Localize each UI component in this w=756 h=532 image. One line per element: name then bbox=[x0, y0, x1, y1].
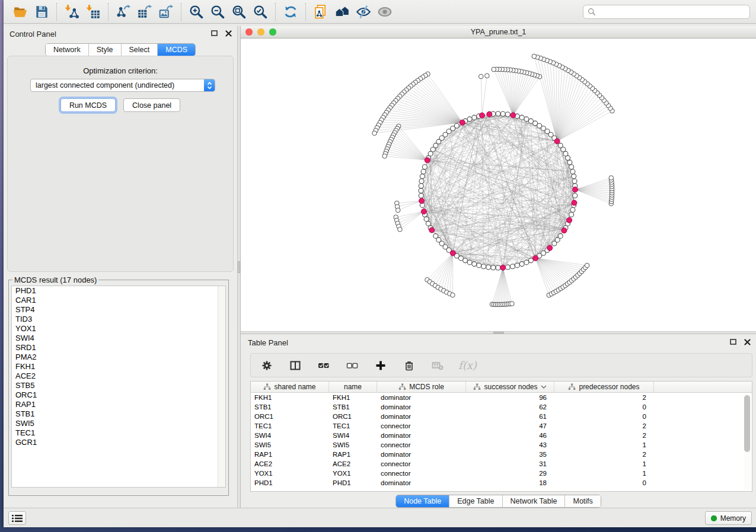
close-panel-button[interactable]: Close panel bbox=[123, 98, 180, 112]
table-row[interactable]: ORC1ORC1dominator610 bbox=[251, 412, 752, 421]
table-cell[interactable]: 1 bbox=[554, 440, 654, 450]
table-cell[interactable]: 61 bbox=[466, 412, 554, 421]
table-cell[interactable]: YOX1 bbox=[329, 469, 377, 478]
zoom-fit-button[interactable] bbox=[228, 2, 250, 22]
delete-column-button[interactable] bbox=[401, 358, 417, 373]
table-row[interactable]: PHD1PHD1dominator180 bbox=[251, 478, 752, 488]
table-cell[interactable]: FKH1 bbox=[329, 393, 377, 402]
table-cell[interactable]: ACE2 bbox=[329, 459, 377, 469]
table-row[interactable]: SWI4SWI4dominator462 bbox=[251, 431, 752, 440]
column-header-MCDS-role[interactable]: MCDS role bbox=[377, 382, 466, 392]
column-header-name[interactable]: name bbox=[329, 382, 377, 392]
table-options-gear-button[interactable] bbox=[259, 358, 275, 373]
table-cell[interactable]: FKH1 bbox=[251, 393, 329, 402]
mcds-result-item[interactable]: GCR1 bbox=[12, 438, 225, 447]
tab-network-table[interactable]: Network Table bbox=[503, 495, 566, 507]
horizontal-splitter[interactable] bbox=[241, 331, 756, 334]
mcds-result-list[interactable]: PHD1CAR1STP4TID3YOX1SWI4SRD1PMA2FKH1ACE2… bbox=[11, 286, 226, 488]
tab-style[interactable]: Style bbox=[89, 44, 122, 56]
column-header-shared-name[interactable]: shared name bbox=[251, 382, 329, 392]
hide-selected-button[interactable] bbox=[353, 2, 374, 22]
zoom-out-button[interactable] bbox=[207, 2, 228, 22]
table-scrollbar-track[interactable] bbox=[744, 395, 751, 489]
function-builder-button[interactable]: f(x) bbox=[458, 358, 477, 373]
table-cell[interactable]: 2 bbox=[554, 450, 654, 459]
mcds-result-item[interactable]: RAP1 bbox=[12, 400, 225, 409]
splitter-grip-horizontal[interactable] bbox=[493, 332, 504, 334]
tab-network[interactable]: Network bbox=[46, 44, 89, 56]
delete-table-button[interactable] bbox=[430, 358, 445, 373]
table-cell[interactable]: SWI4 bbox=[251, 431, 329, 440]
tab-motifs[interactable]: Motifs bbox=[565, 495, 600, 507]
mcds-result-item[interactable]: CAR1 bbox=[12, 296, 225, 305]
column-header-successor-nodes[interactable]: successor nodes bbox=[466, 382, 554, 392]
mcds-result-item[interactable]: ORC1 bbox=[12, 390, 225, 400]
mcds-result-item[interactable]: STB5 bbox=[12, 381, 225, 390]
table-cell[interactable]: YOX1 bbox=[251, 469, 329, 478]
table-cell[interactable]: dominator bbox=[377, 450, 466, 459]
table-cell[interactable]: SWI5 bbox=[251, 440, 329, 450]
open-session-button[interactable] bbox=[9, 2, 31, 22]
mcds-result-item[interactable]: ACE2 bbox=[12, 371, 225, 381]
table-row[interactable]: TEC1TEC1connector472 bbox=[251, 421, 752, 431]
column-header-predecessor-nodes[interactable]: predecessor nodes bbox=[554, 382, 654, 392]
table-cell[interactable]: 47 bbox=[466, 421, 554, 431]
mcds-result-item[interactable]: STB1 bbox=[12, 409, 225, 419]
table-cell[interactable]: dominator bbox=[377, 478, 466, 488]
table-cell[interactable]: 43 bbox=[466, 440, 554, 450]
table-cell[interactable]: 0 bbox=[554, 402, 654, 412]
network-canvas[interactable] bbox=[241, 39, 756, 331]
mcds-result-item[interactable]: TID3 bbox=[12, 315, 225, 324]
table-cell[interactable]: SWI5 bbox=[329, 440, 377, 450]
zoom-selected-button[interactable] bbox=[250, 2, 271, 22]
search-box[interactable] bbox=[583, 5, 750, 19]
new-network-from-selection-button[interactable] bbox=[310, 2, 331, 22]
close-panel-icon[interactable] bbox=[224, 29, 232, 37]
new-column-button[interactable] bbox=[373, 358, 388, 373]
table-cell[interactable]: ORC1 bbox=[329, 412, 377, 421]
table-scrollbar-thumb[interactable] bbox=[744, 395, 750, 452]
network-window-titlebar[interactable]: YPA_prune.txt_1 bbox=[241, 26, 756, 39]
table-cell[interactable]: connector bbox=[377, 440, 466, 450]
table-cell[interactable]: 1 bbox=[554, 469, 654, 478]
mcds-result-item[interactable]: SWI5 bbox=[12, 419, 225, 428]
run-mcds-button[interactable]: Run MCDS bbox=[60, 98, 116, 112]
mcds-result-item[interactable]: YOX1 bbox=[12, 324, 225, 334]
network-graph[interactable] bbox=[241, 39, 756, 331]
table-row[interactable]: ACE2ACE2connector311 bbox=[251, 459, 752, 469]
table-cell[interactable]: PHD1 bbox=[251, 478, 329, 488]
tab-select[interactable]: Select bbox=[122, 44, 158, 56]
tab-node-table[interactable]: Node Table bbox=[396, 495, 449, 507]
splitter-grip[interactable] bbox=[238, 261, 240, 273]
table-cell[interactable]: 0 bbox=[554, 478, 654, 488]
table-cell[interactable]: dominator bbox=[377, 431, 466, 440]
memory-button[interactable]: Memory bbox=[705, 511, 752, 525]
zoom-in-button[interactable] bbox=[186, 2, 207, 22]
table-row[interactable]: RAP1RAP1dominator352 bbox=[251, 450, 752, 459]
select-all-button[interactable] bbox=[316, 358, 331, 373]
table-cell[interactable]: STB1 bbox=[329, 402, 377, 412]
table-row[interactable]: YOX1YOX1connector291 bbox=[251, 469, 752, 478]
import-network-button[interactable] bbox=[61, 2, 82, 22]
minimize-window-icon[interactable] bbox=[257, 28, 264, 36]
show-columns-button[interactable] bbox=[288, 358, 303, 373]
mcds-result-item[interactable]: PHD1 bbox=[12, 286, 225, 296]
save-session-button[interactable] bbox=[31, 2, 52, 22]
table-cell[interactable]: 18 bbox=[466, 478, 554, 488]
table-cell[interactable]: 1 bbox=[554, 459, 654, 469]
first-neighbors-button[interactable] bbox=[331, 2, 353, 22]
export-network-button[interactable] bbox=[113, 2, 134, 22]
table-cell[interactable]: 31 bbox=[466, 459, 554, 469]
table-cell[interactable]: ORC1 bbox=[251, 412, 329, 421]
table-row[interactable]: FKH1FKH1dominator962 bbox=[251, 393, 752, 402]
table-row[interactable]: SWI5SWI5connector431 bbox=[251, 440, 752, 450]
export-table-button[interactable] bbox=[134, 2, 155, 22]
table-cell[interactable]: RAP1 bbox=[329, 450, 377, 459]
apply-layout-button[interactable] bbox=[280, 2, 301, 22]
table-row[interactable]: STB1STB1dominator620 bbox=[251, 402, 752, 412]
mcds-result-item[interactable]: TEC1 bbox=[12, 428, 225, 438]
table-cell[interactable]: 2 bbox=[554, 393, 654, 402]
maximize-window-icon[interactable] bbox=[269, 28, 276, 36]
table-cell[interactable]: PHD1 bbox=[329, 478, 377, 488]
table-cell[interactable]: 46 bbox=[466, 431, 554, 440]
